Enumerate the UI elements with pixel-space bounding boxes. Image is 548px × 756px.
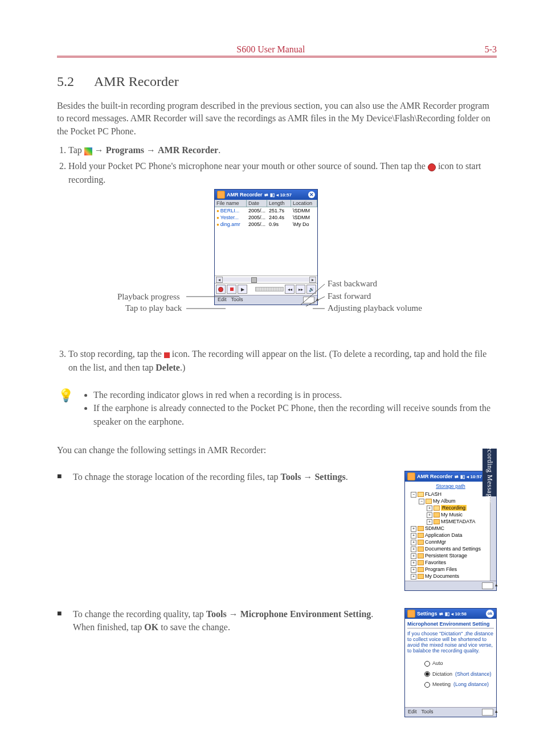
callout-volume: Adjusting playback volume: [328, 303, 422, 313]
tree-node[interactable]: +Application Data: [406, 532, 495, 539]
tree-node[interactable]: +Temp: [406, 580, 495, 581]
radio-dictation[interactable]: Dictation (Short distance): [424, 671, 494, 677]
tree-node[interactable]: +Favorites: [406, 559, 495, 566]
tree-node[interactable]: −FLASH: [406, 491, 495, 498]
step-2: Hold your Pocket PC Phone's microphone n…: [68, 159, 497, 187]
intro-paragraph: Besides the built-in recording program d…: [57, 100, 497, 138]
radio-meeting[interactable]: Meeting (Long distance): [424, 681, 494, 688]
tree-node[interactable]: +Recording: [406, 504, 495, 511]
section-tab: Recording Messages: [482, 449, 497, 496]
menu-edit[interactable]: Edit: [408, 709, 417, 716]
tip-lightbulb-icon: 💡: [57, 388, 74, 428]
window-title: Settings: [417, 611, 437, 617]
page-number: 5-3: [485, 44, 497, 55]
section-title: AMR Recorder: [94, 74, 179, 89]
bullet-mic-environment: To change the recording quality, tap Too…: [57, 608, 396, 634]
callout-playback-progress: Playback progress: [117, 292, 180, 302]
clock-text: 10:57: [471, 474, 482, 479]
tree-node[interactable]: −My Album: [406, 498, 495, 504]
app-icon: [407, 472, 415, 480]
step-1: Tap → Programs → AMR Recorder.: [68, 143, 497, 157]
ok-button[interactable]: ok: [486, 610, 494, 618]
callout-fast-forward: Fast forward: [328, 291, 371, 301]
tree-node[interactable]: +Persistent Storage: [406, 552, 495, 559]
clock-text: 10:58: [455, 611, 467, 617]
callout-lines: [57, 189, 342, 337]
storage-path-header: Storage path: [406, 483, 495, 490]
bullet-storage-location: To chnage the storage location of the re…: [57, 471, 396, 483]
window-title: AMR Recorder: [417, 474, 453, 479]
menu-tools[interactable]: Tools: [422, 709, 434, 716]
svg-line-2: [300, 284, 325, 305]
header-title: S600 User Manual: [236, 44, 305, 55]
tip-item: If the earphone is already connected to …: [93, 401, 497, 428]
record-icon: [428, 163, 436, 171]
tree-node[interactable]: +ConnMgr: [406, 539, 495, 545]
start-menu-icon: [84, 147, 92, 155]
settings-note: If you choose "Dictation" ,the distance …: [407, 631, 494, 654]
tree-node[interactable]: +My Music: [406, 511, 495, 518]
settings-subtitle: Microphonet Environment Setting: [407, 621, 494, 628]
keyboard-icon[interactable]: [482, 709, 493, 716]
tree-node[interactable]: +MSMETADATA: [406, 518, 495, 525]
settings-intro: You can change the following settings in…: [57, 444, 497, 457]
tree-node[interactable]: +Program Files: [406, 566, 495, 573]
header-rule: [57, 56, 497, 57]
app-icon: [407, 610, 415, 618]
callout-tap-to-play: Tap to play back: [125, 303, 182, 313]
section-number: 5.2: [57, 74, 74, 89]
tip-item: The recording indicator glows in red whe…: [93, 388, 497, 401]
callout-fast-backward: Fast backward: [328, 279, 377, 289]
tree-node[interactable]: +Documents and Settings: [406, 545, 495, 552]
radio-auto[interactable]: Auto: [424, 660, 494, 667]
tree-node[interactable]: +SDMMC: [406, 525, 495, 532]
step-3: To stop recording, tap the icon. The rec…: [68, 347, 497, 375]
mic-settings-screenshot: Settings ⇄▮▯◂10:58 ok Microphonet Enviro…: [404, 608, 497, 717]
keyboard-icon[interactable]: [482, 582, 493, 589]
tree-node[interactable]: +My Documents: [406, 573, 495, 580]
stop-icon: [164, 352, 170, 358]
